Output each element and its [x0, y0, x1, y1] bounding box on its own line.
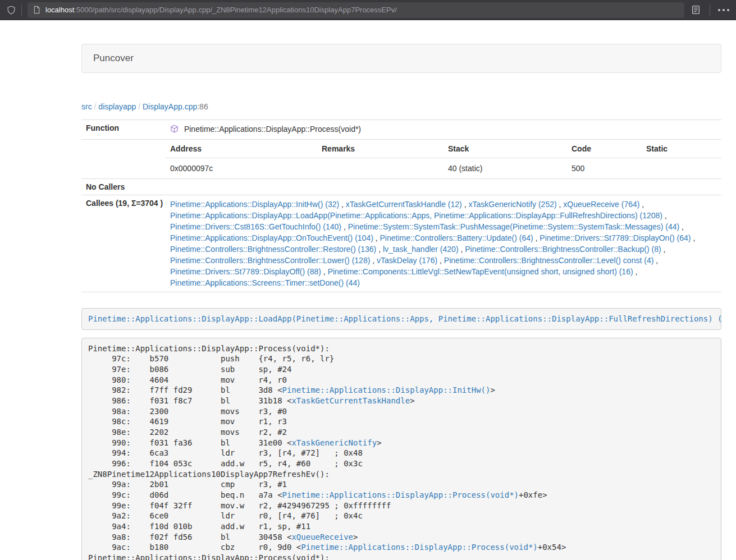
- asm-symbol-link[interactable]: Pinetime::Applications::DisplayApp::Init…: [282, 385, 491, 394]
- address-value: 0x0000097c: [166, 158, 317, 179]
- function-symbol-cell: Pinetime::Applications::DisplayApp::Proc…: [166, 120, 721, 140]
- details-header-row: Address Remarks Stack Code Static: [166, 140, 721, 158]
- callee-link[interactable]: Pinetime::Controllers::BrightnessControl…: [170, 256, 370, 265]
- callee-link[interactable]: Pinetime::Controllers::BrightnessControl…: [444, 256, 653, 265]
- callee-link[interactable]: xTaskGetCurrentTaskHandle (12): [346, 200, 462, 209]
- function-details-table: Address Remarks Stack Code Static 0x0000…: [166, 140, 721, 178]
- callee-link[interactable]: Pinetime::System::SystemTask::PushMessag…: [348, 222, 680, 231]
- toolbar-divider: [21, 4, 22, 16]
- callee-link[interactable]: xQueueReceive (764): [563, 200, 639, 209]
- function-table: Function Pinetime::Applications::Display…: [81, 120, 721, 292]
- breadcrumb-separator: /: [136, 102, 143, 111]
- static-value: [642, 158, 721, 179]
- callee-link[interactable]: Pinetime::Drivers::St7789::DisplayOff() …: [170, 267, 321, 276]
- table-row-callers: No Callers: [81, 179, 721, 195]
- asm-symbol-link[interactable]: xQueueReceive: [291, 533, 353, 541]
- loadapp-link[interactable]: Pinetime::Applications::DisplayApp::Load…: [88, 314, 721, 323]
- callers-row-label: No Callers: [81, 179, 166, 195]
- breadcrumb-link[interactable]: DisplayApp.cpp: [143, 102, 197, 111]
- callee-link[interactable]: Pinetime::Applications::DisplayApp::OnTo…: [170, 233, 373, 242]
- callee-link[interactable]: Pinetime::Drivers::Cst816S::GetTouchInfo…: [170, 222, 341, 231]
- breadcrumb: src / displayapp / DisplayApp.cpp:86: [81, 102, 721, 111]
- callee-link[interactable]: Pinetime::Applications::DisplayApp::Load…: [170, 211, 662, 220]
- col-address: Address: [166, 140, 317, 158]
- callee-link[interactable]: lv_task_handler (420): [383, 245, 459, 254]
- code-value: 500: [567, 158, 642, 179]
- callee-link[interactable]: vTaskDelay (176): [377, 256, 437, 265]
- reader-mode-icon[interactable]: [691, 5, 701, 15]
- shield-icon[interactable]: [7, 6, 16, 15]
- table-row-callees: Callees (19, Σ=3704 ) Pinetime::Applicat…: [81, 195, 721, 292]
- function-row-label: Function: [81, 120, 166, 140]
- callees-cell: Pinetime::Applications::DisplayApp::Init…: [166, 195, 721, 292]
- url-bar[interactable]: localhost:5000/path/src/displayapp/Displ…: [28, 2, 684, 18]
- asm-symbol-link[interactable]: Pinetime::Applications::DisplayApp::Proc…: [282, 490, 519, 499]
- details-value-row: 0x0000097c 40 (static) 500: [166, 158, 721, 179]
- page-info-icon[interactable]: [33, 6, 41, 14]
- callee-link[interactable]: Pinetime::Controllers::BrightnessControl…: [170, 245, 376, 254]
- remarks-value: [317, 158, 444, 179]
- browser-toolbar: localhost:5000/path/src/displayapp/Displ…: [0, 0, 736, 20]
- asm-symbol-link[interactable]: xTaskGenericNotify: [291, 438, 377, 447]
- breadcrumb-link[interactable]: src: [81, 102, 92, 111]
- asm-symbol-link[interactable]: xTaskGetCurrentTaskHandle: [291, 396, 410, 405]
- callee-link[interactable]: Pinetime::Applications::Screens::Timer::…: [170, 278, 360, 287]
- app-header-panel: Puncover: [81, 44, 721, 73]
- empty-label: [81, 140, 166, 179]
- breadcrumb-separator: /: [92, 102, 99, 111]
- callee-link[interactable]: Pinetime::Controllers::BrightnessControl…: [465, 245, 661, 254]
- loadapp-snippet: Pinetime::Applications::DisplayApp::Load…: [81, 308, 721, 330]
- callee-link[interactable]: Pinetime::Applications::DisplayApp::Init…: [170, 200, 339, 209]
- symbol-cube-icon: [170, 126, 181, 135]
- col-remarks: Remarks: [317, 140, 444, 158]
- breadcrumb-link[interactable]: displayapp: [98, 102, 136, 111]
- callee-link[interactable]: Pinetime::Drivers::St7789::DisplayOn() (…: [540, 233, 691, 242]
- menu-icon[interactable]: [718, 9, 729, 11]
- assembly-listing: Pinetime::Applications::DisplayApp::Proc…: [81, 338, 721, 560]
- url-path: :5000/path/src/displayapp/DisplayApp.cpp…: [74, 6, 397, 14]
- page-container: Puncover src / displayapp / DisplayApp.c…: [81, 44, 721, 560]
- asm-symbol-link[interactable]: Pinetime::Applications::DisplayApp::Proc…: [301, 543, 537, 552]
- url-host: localhost: [45, 6, 74, 14]
- stack-value: 40 (static): [444, 158, 567, 179]
- table-row-details: Address Remarks Stack Code Static 0x0000…: [81, 140, 721, 179]
- callee-link[interactable]: Pinetime::Controllers::Battery::Update()…: [380, 233, 533, 242]
- col-static: Static: [642, 140, 721, 158]
- function-symbol-name: Pinetime::Applications::DisplayApp::Proc…: [184, 125, 361, 134]
- callee-link[interactable]: xTaskGenericNotify (252): [468, 200, 556, 209]
- callers-cell: [166, 179, 721, 195]
- col-code: Code: [567, 140, 642, 158]
- table-row-function: Function Pinetime::Applications::Display…: [81, 120, 721, 140]
- callee-link[interactable]: Pinetime::Components::LittleVgl::SetNewT…: [328, 267, 633, 276]
- breadcrumb-line-number: :86: [197, 102, 208, 111]
- callees-row-label: Callees (19, Σ=3704 ): [81, 195, 166, 292]
- col-stack: Stack: [444, 140, 567, 158]
- toolbar-divider: [710, 4, 710, 16]
- page-title: Puncover: [93, 53, 134, 63]
- url-text: localhost:5000/path/src/displayapp/Displ…: [45, 6, 397, 14]
